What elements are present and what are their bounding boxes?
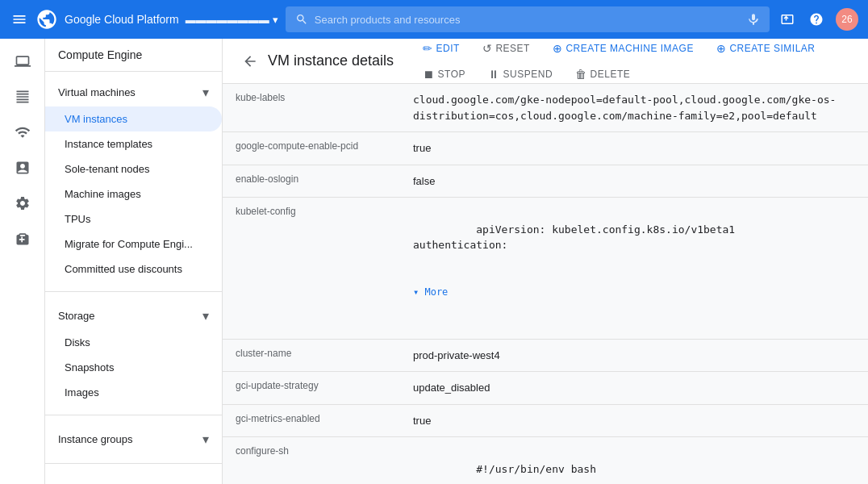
sidebar-item-instance-templates[interactable]: Instance templates bbox=[45, 131, 222, 156]
nav-chevron-storage: ▾ bbox=[202, 308, 209, 323]
reset-button[interactable]: ↺ RESET bbox=[473, 39, 540, 60]
sidebar-item-vm-instances[interactable]: VM instances bbox=[45, 106, 222, 131]
detail-value-pcid: true bbox=[400, 132, 868, 165]
sidebar-vm-manager-icon[interactable] bbox=[6, 152, 39, 184]
delete-button[interactable]: 🗑 DELETE bbox=[565, 63, 640, 86]
detail-row-pcid: google-compute-enable-pcid true bbox=[223, 132, 868, 165]
sidebar-item-tpus[interactable]: TPUs bbox=[45, 207, 222, 232]
search-icon bbox=[295, 13, 308, 26]
nav-panel: Compute Engine Virtual machines ▾ VM ins… bbox=[45, 39, 223, 484]
create-machine-image-button[interactable]: ⊕ CREATE MACHINE IMAGE bbox=[543, 39, 703, 60]
nav-header-storage-label: Storage bbox=[58, 310, 95, 322]
topbar-left: Google Cloud Platform ▬▬▬▬▬▬▬▬ ▾ bbox=[10, 8, 278, 31]
sidebar-icons bbox=[0, 39, 45, 484]
nav-chevron-instance-groups: ▾ bbox=[202, 432, 209, 447]
sidebar-marketplace-icon[interactable] bbox=[6, 223, 39, 255]
nav-header-label: Virtual machines bbox=[58, 86, 136, 98]
back-button[interactable] bbox=[242, 53, 258, 69]
sidebar-compute-icon[interactable] bbox=[6, 45, 39, 77]
topbar-right: 26 bbox=[778, 8, 858, 31]
nav-header-instance-groups[interactable]: Instance groups ▾ bbox=[45, 425, 222, 453]
main-content: VM instance details ✏ EDIT ↺ RESET ⊕ CRE… bbox=[223, 39, 868, 484]
detail-value-gci-metrics-enabled: true bbox=[400, 405, 868, 437]
create-similar-button[interactable]: ⊕ CREATE SIMILAR bbox=[707, 39, 825, 60]
nav-section-vm-manager: VM Manager ▾ bbox=[45, 467, 222, 484]
detail-row-kubelet-config: kubelet-config apiVersion: kubelet.confi… bbox=[223, 198, 868, 340]
nav-header-storage[interactable]: Storage ▾ bbox=[45, 302, 222, 330]
delete-icon: 🗑 bbox=[575, 68, 587, 81]
detail-value-kube-labels: cloud.google.com/gke-nodepool=default-po… bbox=[400, 84, 868, 131]
sidebar-item-disks[interactable]: Disks bbox=[45, 330, 222, 355]
sidebar-item-machine-images[interactable]: Machine images bbox=[45, 182, 222, 207]
page-title: VM instance details bbox=[268, 52, 394, 69]
detail-label-oslogin: enable-oslogin bbox=[223, 165, 400, 198]
sidebar-settings-icon[interactable] bbox=[6, 187, 39, 219]
edit-button[interactable]: ✏ EDIT bbox=[413, 39, 469, 60]
nav-section-title: Compute Engine bbox=[45, 39, 222, 72]
help-icon[interactable] bbox=[807, 10, 826, 29]
reset-icon: ↺ bbox=[482, 42, 493, 55]
sidebar-item-snapshots[interactable]: Snapshots bbox=[45, 355, 222, 380]
nav-divider-1 bbox=[45, 291, 222, 292]
app-body: Compute Engine Virtual machines ▾ VM ins… bbox=[0, 39, 868, 484]
detail-label-gci-metrics-enabled: gci-metrics-enabled bbox=[223, 405, 400, 437]
create-machine-image-label: CREATE MACHINE IMAGE bbox=[565, 43, 693, 54]
edit-label: EDIT bbox=[436, 43, 460, 54]
create-similar-label: CREATE SIMILAR bbox=[729, 43, 815, 54]
suspend-icon: ⏸ bbox=[488, 68, 500, 81]
search-input[interactable] bbox=[315, 14, 741, 26]
detail-label-cluster-name: cluster-name bbox=[223, 340, 400, 372]
nav-header-vm-manager[interactable]: VM Manager ▾ bbox=[45, 474, 222, 484]
nav-section-virtual-machines: Virtual machines ▾ VM instances Instance… bbox=[45, 72, 222, 288]
detail-row-oslogin: enable-oslogin false bbox=[223, 165, 868, 198]
topbar: Google Cloud Platform ▬▬▬▬▬▬▬▬ ▾ 26 bbox=[0, 0, 868, 39]
stop-label: STOP bbox=[438, 69, 465, 80]
sidebar-storage-icon[interactable] bbox=[6, 81, 39, 113]
mic-icon bbox=[747, 13, 760, 26]
nav-divider-2 bbox=[45, 415, 222, 415]
reset-label: RESET bbox=[495, 43, 530, 54]
project-name: ▬▬▬▬▬▬▬▬ bbox=[186, 14, 269, 26]
suspend-button[interactable]: ⏸ SUSPEND bbox=[478, 63, 562, 86]
gcp-logo-icon bbox=[35, 8, 58, 31]
detail-content: kube-labels cloud.google.com/gke-nodepoo… bbox=[223, 84, 868, 484]
sidebar-item-committed-use[interactable]: Committed use discounts bbox=[45, 257, 222, 282]
nav-chevron-virtual-machines: ▾ bbox=[202, 85, 209, 100]
detail-value-gci-update-strategy: update_disabled bbox=[400, 372, 868, 404]
nav-header-virtual-machines[interactable]: Virtual machines ▾ bbox=[45, 78, 222, 106]
detail-label-configure-sh: configure-sh bbox=[223, 437, 400, 484]
detail-value-cluster-name: prod-private-west4 bbox=[400, 340, 868, 372]
cloud-shell-icon[interactable] bbox=[778, 10, 797, 29]
sidebar-item-migrate[interactable]: Migrate for Compute Engi... bbox=[45, 232, 222, 257]
detail-row-cluster-name: cluster-name prod-private-west4 bbox=[223, 340, 868, 373]
detail-label-kube-labels: kube-labels bbox=[223, 84, 400, 131]
detail-row-gci-update-strategy: gci-update-strategy update_disabled bbox=[223, 372, 868, 405]
project-chevron-icon: ▾ bbox=[273, 14, 278, 26]
app-logo: Google Cloud Platform bbox=[35, 8, 179, 31]
detail-label-kubelet-config: kubelet-config bbox=[223, 198, 400, 339]
action-buttons: ✏ EDIT ↺ RESET ⊕ CREATE MACHINE IMAGE ⊕ … bbox=[413, 39, 849, 86]
nav-section-instance-groups: Instance groups ▾ bbox=[45, 419, 222, 460]
avatar[interactable]: 26 bbox=[836, 8, 858, 31]
search-bar[interactable] bbox=[286, 6, 770, 32]
stop-button[interactable]: ⏹ STOP bbox=[413, 63, 475, 86]
create-machine-image-icon: ⊕ bbox=[553, 42, 563, 55]
sidebar-network-icon[interactable] bbox=[6, 116, 39, 148]
detail-row-gci-metrics-enabled: gci-metrics-enabled true bbox=[223, 405, 868, 438]
delete-label: DELETE bbox=[590, 69, 631, 80]
nav-divider-3 bbox=[45, 463, 222, 464]
menu-icon[interactable] bbox=[10, 10, 29, 29]
detail-value-oslogin: false bbox=[400, 165, 868, 198]
sidebar-item-images[interactable]: Images bbox=[45, 380, 222, 405]
project-selector[interactable]: ▬▬▬▬▬▬▬▬ ▾ bbox=[186, 14, 278, 26]
sidebar-item-sole-tenant-nodes[interactable]: Sole-tenant nodes bbox=[45, 156, 222, 182]
content-header: VM instance details ✏ EDIT ↺ RESET ⊕ CRE… bbox=[223, 39, 868, 84]
detail-label-pcid: google-compute-enable-pcid bbox=[223, 132, 400, 165]
nav-chevron-vm-manager: ▾ bbox=[202, 480, 209, 484]
create-similar-icon: ⊕ bbox=[716, 42, 727, 55]
edit-icon: ✏ bbox=[423, 42, 433, 55]
suspend-label: SUSPEND bbox=[503, 69, 553, 80]
stop-icon: ⏹ bbox=[423, 68, 435, 81]
nav-header-instance-groups-label: Instance groups bbox=[58, 433, 133, 445]
kubelet-config-more-link[interactable]: ▾ More bbox=[413, 285, 855, 299]
